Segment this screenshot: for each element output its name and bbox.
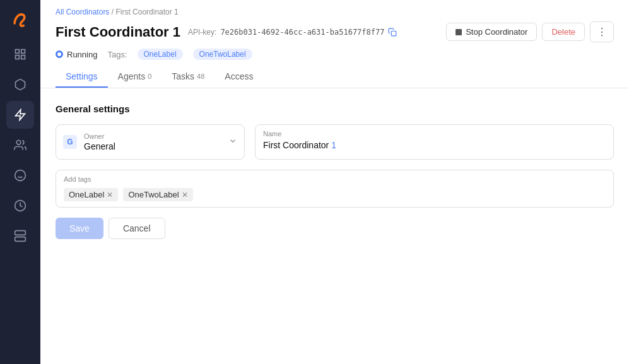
owner-value: General	[84, 141, 221, 151]
sidebar	[0, 0, 40, 364]
remove-tag-2-button[interactable]: ✕	[182, 191, 188, 199]
tasks-badge: 48	[197, 73, 204, 80]
owner-avatar: G	[63, 135, 77, 149]
svg-rect-3	[21, 56, 25, 59]
sidebar-item-people[interactable]	[6, 131, 34, 159]
tag-chip-1: OneLabel ✕	[64, 188, 118, 201]
name-label: Name	[263, 130, 606, 138]
stop-coordinator-button[interactable]: Stop Coordinator	[446, 23, 537, 41]
tags-field-label: Add tags	[64, 175, 606, 183]
svg-rect-1	[21, 50, 25, 54]
name-static: First Coordinator	[263, 140, 331, 150]
remove-tag-1-button[interactable]: ✕	[107, 191, 113, 199]
svg-rect-10	[15, 231, 26, 235]
status-row: Running Tags: OneLabel OneTwoLabel	[56, 49, 614, 60]
sidebar-item-grid[interactable]	[6, 40, 34, 68]
page-title: First Coordinator 1	[56, 24, 180, 40]
breadcrumb-current: First Coordinator 1	[115, 8, 178, 16]
status-badge: Running	[56, 50, 97, 59]
main-content: All Coordinators / First Coordinator 1 F…	[40, 0, 629, 364]
tab-agents[interactable]: Agents 0	[108, 66, 162, 88]
svg-rect-0	[16, 50, 20, 54]
sidebar-item-face[interactable]	[6, 161, 34, 189]
header-actions: Stop Coordinator Delete ⋮	[446, 21, 614, 42]
svg-marker-4	[16, 110, 25, 120]
sidebar-item-box[interactable]	[6, 71, 34, 98]
save-button[interactable]: Save	[56, 218, 103, 239]
tags-label: Tags:	[107, 50, 127, 59]
tags-list: OneLabel ✕ OneTwoLabel ✕	[64, 188, 606, 201]
svg-rect-2	[16, 56, 20, 59]
logo	[9, 8, 32, 30]
svg-point-6	[15, 170, 26, 181]
name-field: Name First Coordinator 1	[255, 124, 614, 160]
form-row-owner-name: Owner General G Name First Coordinator 1	[56, 124, 614, 160]
header-tag-2: OneTwoLabel	[193, 49, 252, 60]
tags-field[interactable]: Add tags OneLabel ✕ OneTwoLabel ✕	[56, 170, 614, 208]
name-value[interactable]: First Coordinator 1	[263, 140, 606, 150]
tag-chip-2: OneTwoLabel ✕	[123, 188, 192, 201]
more-options-button[interactable]: ⋮	[590, 21, 614, 42]
svg-point-5	[16, 141, 21, 145]
breadcrumb: All Coordinators / First Coordinator 1	[56, 8, 614, 16]
section-title: General settings	[56, 103, 614, 114]
breadcrumb-parent[interactable]: All Coordinators	[56, 8, 109, 16]
api-key-value: 7e26b031-4692-46cc-a631-ba51677f8f77	[220, 28, 384, 37]
delete-button[interactable]: Delete	[542, 23, 585, 41]
cancel-button[interactable]: Cancel	[109, 218, 165, 239]
agents-badge: 0	[148, 73, 151, 80]
copy-icon[interactable]	[388, 28, 397, 37]
form-actions: Save Cancel	[56, 218, 614, 239]
status-radio-icon	[56, 50, 63, 58]
header-tag-1: OneLabel	[138, 49, 183, 60]
page-header: All Coordinators / First Coordinator 1 F…	[40, 0, 629, 88]
tab-tasks[interactable]: Tasks 48	[162, 66, 215, 88]
sidebar-item-clock[interactable]	[6, 192, 34, 220]
api-key-section: API-key: 7e26b031-4692-46cc-a631-ba51677…	[188, 28, 397, 37]
tab-settings[interactable]: Settings	[56, 66, 108, 88]
name-highlight: 1	[331, 140, 336, 150]
svg-rect-14	[392, 31, 397, 36]
sidebar-item-zap[interactable]	[6, 101, 34, 129]
status-label: Running	[67, 50, 97, 59]
api-key-label: API-key:	[188, 28, 216, 37]
tabs: Settings Agents 0 Tasks 48 Access	[56, 66, 614, 88]
stop-dot-icon	[456, 29, 462, 35]
svg-rect-11	[15, 237, 26, 242]
owner-field: Owner General G	[56, 124, 245, 160]
tab-access[interactable]: Access	[215, 66, 263, 88]
owner-label: Owner	[84, 132, 221, 140]
sidebar-item-server[interactable]	[6, 222, 34, 250]
content-area: General settings Owner General G Name Fi…	[40, 88, 629, 364]
